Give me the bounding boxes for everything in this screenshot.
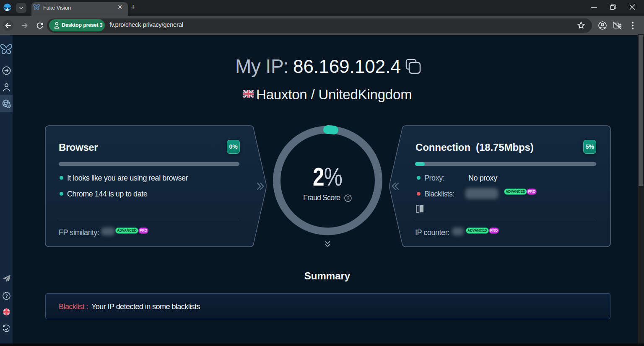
- svg-text:?: ?: [5, 294, 8, 299]
- svg-text:?: ?: [347, 196, 349, 201]
